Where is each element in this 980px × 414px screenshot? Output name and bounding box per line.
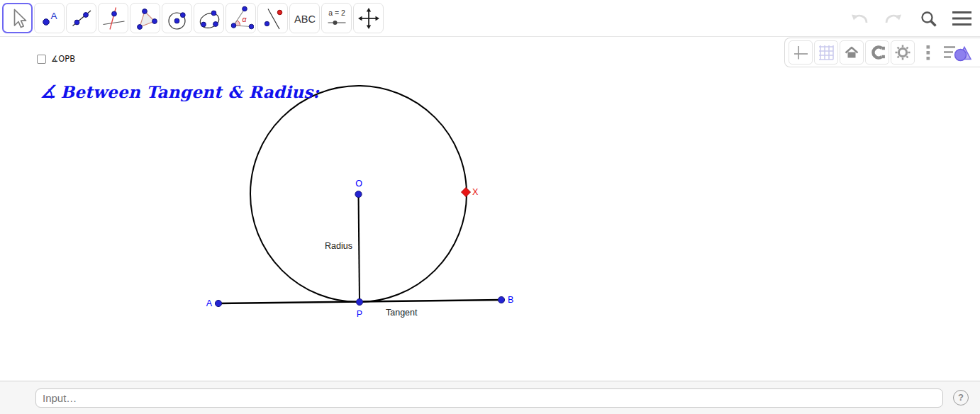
home-icon: [843, 44, 860, 61]
svg-text:α: α: [242, 15, 247, 23]
tool-line[interactable]: [66, 3, 96, 33]
tool-point[interactable]: A: [34, 3, 65, 33]
slider-tool-icon: a = 2: [324, 6, 350, 31]
stylebar-icon: [943, 43, 971, 62]
main-toolbar: A: [0, 0, 980, 37]
snap-to-grid-icon: [869, 44, 886, 61]
angle-checkbox-row: ∡OPB: [37, 54, 75, 64]
angle-OPB-checkbox[interactable]: [37, 55, 46, 64]
graphics-view-toolbar: [784, 38, 980, 67]
tool-buttons: A: [2, 3, 385, 33]
label-P: P: [357, 309, 362, 319]
angle-symbol: ∡: [40, 82, 55, 102]
redo-icon: [882, 9, 903, 28]
undo-button[interactable]: [850, 9, 871, 28]
page-title: ∡Between Tangent & Radius:: [40, 82, 319, 102]
input-bar: ?: [0, 381, 980, 414]
label-B: B: [508, 295, 513, 305]
settings-gear-icon: [894, 44, 911, 61]
point-icon: A: [37, 6, 62, 31]
label-A: A: [206, 298, 213, 308]
point-P[interactable]: [356, 298, 362, 305]
label-X: X: [472, 187, 479, 197]
tool-slider[interactable]: a = 2: [321, 3, 352, 33]
main-menu-button[interactable]: [952, 11, 971, 26]
axes-icon: [792, 44, 809, 61]
svg-text:a = 2: a = 2: [328, 9, 345, 17]
tool-perpendicular-line[interactable]: [98, 3, 128, 33]
reflect-icon: [260, 6, 286, 31]
tool-text[interactable]: ABC: [289, 3, 320, 33]
line-icon: [69, 6, 94, 31]
search-icon: [919, 9, 938, 28]
help-icon: ?: [958, 391, 964, 404]
toggle-axes-button[interactable]: [789, 40, 813, 65]
algebra-input[interactable]: [35, 388, 943, 408]
graphics-view[interactable]: O X A B P Radius Tangent ∡OPB ∡Between T…: [0, 38, 980, 380]
tool-move-cursor[interactable]: [2, 3, 33, 33]
move-view-icon: [356, 6, 382, 31]
radius-segment[interactable]: [359, 194, 360, 302]
point-B[interactable]: [498, 296, 504, 303]
ellipse-icon: [196, 6, 222, 31]
snap-to-grid-button[interactable]: [865, 40, 889, 65]
circle-icon: [165, 6, 190, 31]
stylebar-button[interactable]: [943, 43, 971, 62]
tool-reflect-about-line[interactable]: [257, 3, 288, 33]
more-options-button[interactable]: [926, 45, 930, 60]
menu-icon: [952, 11, 971, 26]
angle-OPB-checkbox-label: ∡OPB: [51, 54, 75, 64]
label-tangent: Tangent: [386, 308, 418, 318]
undo-icon: [850, 9, 871, 28]
tool-angle[interactable]: α: [225, 3, 256, 33]
settings-button[interactable]: [891, 40, 915, 65]
svg-text:ABC: ABC: [294, 13, 316, 24]
topbar-right-icons: [838, 0, 971, 37]
toggle-grid-button[interactable]: [814, 40, 838, 65]
tool-move-graphics-view[interactable]: [353, 3, 384, 33]
point-O[interactable]: [355, 191, 362, 197]
label-O: O: [355, 179, 362, 189]
perpendicular-line-icon: [101, 6, 126, 31]
cursor-icon: [5, 6, 30, 31]
polygon-icon: [133, 6, 158, 31]
redo-button[interactable]: [882, 9, 903, 28]
grid-icon: [818, 44, 835, 61]
search-button[interactable]: [919, 9, 938, 28]
tool-ellipse[interactable]: [194, 3, 224, 33]
help-button[interactable]: ?: [953, 390, 969, 405]
label-radius: Radius: [325, 241, 352, 251]
point-X[interactable]: [462, 188, 471, 197]
point-A[interactable]: [215, 300, 221, 306]
home-view-button[interactable]: [840, 40, 864, 65]
angle-icon: α: [228, 6, 254, 31]
tool-polygon[interactable]: [130, 3, 160, 33]
text-tool-icon: ABC: [291, 6, 319, 31]
tool-circle-with-center[interactable]: [162, 3, 192, 33]
svg-text:A: A: [50, 10, 57, 21]
more-kebab-icon: [926, 45, 930, 60]
